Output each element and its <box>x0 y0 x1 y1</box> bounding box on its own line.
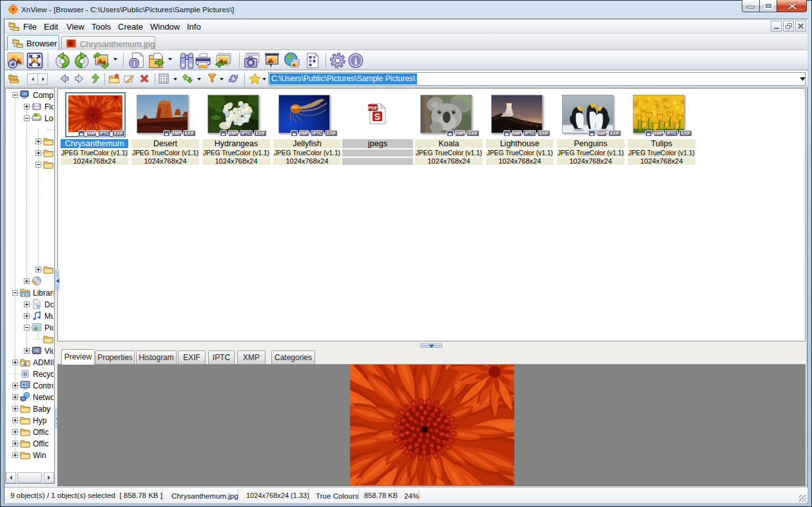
svg-text:i: i <box>354 56 357 66</box>
svg-text:i: i <box>133 60 135 67</box>
svg-text:S: S <box>374 111 380 122</box>
svg-text:PDF: PDF <box>368 105 378 111</box>
